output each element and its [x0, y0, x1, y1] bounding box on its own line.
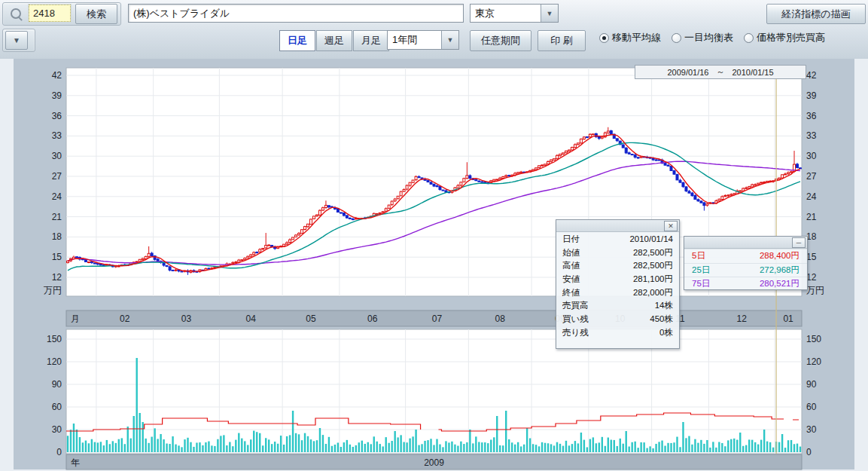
tooltip-row-安値: 安値281,100円: [556, 272, 679, 286]
tooltip-row-日付: 日付2010/01/14: [556, 232, 679, 246]
svg-text:01: 01: [783, 313, 793, 324]
tooltip-row-売り残: 売り残0株: [556, 326, 679, 339]
svg-text:33: 33: [806, 130, 817, 141]
date-range-label: 2009/01/16 ～ 2010/01/15: [635, 65, 806, 79]
svg-text:07: 07: [432, 313, 443, 324]
tooltip-row-value: 282,000円: [633, 287, 673, 298]
tooltip-row-買い残: 買い残450株: [556, 312, 679, 326]
legend-header[interactable]: ─: [684, 237, 807, 249]
custom-range-button[interactable]: 任意期間: [470, 30, 531, 51]
svg-text:24: 24: [806, 191, 817, 202]
tab-日足[interactable]: 日足: [279, 30, 315, 51]
svg-text:0: 0: [56, 447, 62, 457]
svg-text:08: 08: [495, 313, 506, 324]
tooltip-row-value: 450株: [650, 313, 673, 325]
market-select[interactable]: 東京 ▼: [470, 4, 559, 23]
tooltip-row-label: 売買高: [562, 300, 589, 311]
close-icon[interactable]: ✕: [664, 221, 678, 231]
svg-text:12: 12: [806, 272, 817, 283]
legend-row-5日: 5日288,400円: [684, 249, 807, 263]
minimize-icon[interactable]: ─: [792, 237, 806, 248]
svg-text:万円: 万円: [806, 285, 824, 295]
svg-text:120: 120: [806, 356, 821, 367]
date-range-separator: ～: [717, 66, 725, 78]
svg-text:18: 18: [52, 231, 62, 242]
svg-text:05: 05: [306, 313, 316, 324]
svg-text:27: 27: [52, 171, 62, 182]
stock-code-input[interactable]: [29, 5, 71, 22]
svg-text:月: 月: [71, 313, 80, 324]
tooltip-row-value: 2010/01/14: [629, 234, 673, 243]
svg-text:60: 60: [806, 402, 817, 412]
legend-rows: 5日288,400円25日272,968円75日280,521円: [684, 249, 807, 291]
radio-label: 一目均衡表: [684, 31, 733, 44]
radio-circle-icon[interactable]: [744, 33, 754, 43]
search-icon-button[interactable]: [6, 5, 26, 21]
chevron-down-icon[interactable]: ▼: [541, 5, 558, 22]
tooltip-row-label: 始値: [562, 247, 580, 258]
tooltip-row-始値: 始値282,500円: [556, 246, 679, 259]
svg-text:18: 18: [806, 231, 817, 242]
tooltip-row-売買高: 売買高14株: [556, 298, 679, 312]
svg-text:150: 150: [806, 334, 821, 344]
radio-circle-icon[interactable]: [672, 33, 681, 43]
svg-text:42: 42: [52, 70, 62, 81]
tooltip-row-label: 高値: [562, 260, 580, 271]
tooltip-row-label: 売り残: [562, 327, 589, 338]
tooltip-row-value: 0株: [659, 327, 673, 338]
svg-text:150: 150: [47, 334, 62, 344]
svg-text:21: 21: [52, 212, 62, 222]
radio-label: 価格帯別売買高: [757, 31, 825, 44]
data-tooltip: ✕ 日付2010/01/14始値282,500円高値282,500円安値281,…: [556, 219, 680, 349]
tab-月足[interactable]: 月足: [353, 30, 389, 51]
svg-text:30: 30: [806, 424, 817, 435]
svg-text:15: 15: [52, 252, 62, 262]
search-button[interactable]: 検索: [75, 4, 117, 24]
tooltip-row-label: 安値: [562, 274, 580, 285]
svg-text:03: 03: [181, 313, 192, 324]
interval-tabs: 日足週足月足: [279, 30, 390, 51]
tooltip-row-label: 終値: [562, 287, 580, 298]
svg-text:21: 21: [806, 212, 817, 222]
legend-row-value: 272,968円: [760, 265, 799, 276]
radio-価格帯別売買高[interactable]: 価格帯別売買高: [744, 31, 825, 44]
legend-row-label: 75日: [692, 278, 710, 289]
svg-text:27: 27: [806, 171, 817, 182]
svg-text:24: 24: [52, 191, 62, 202]
tooltip-header[interactable]: ✕: [556, 220, 679, 232]
svg-text:12: 12: [52, 272, 62, 283]
chevron-down-icon[interactable]: ▼: [441, 31, 458, 49]
legend-row-25日: 25日272,968円: [684, 263, 807, 277]
tooltip-row-value: 14株: [655, 300, 673, 311]
radio-circle-icon[interactable]: [599, 33, 609, 43]
svg-text:30: 30: [52, 424, 62, 435]
tooltip-row-value: 282,500円: [633, 260, 673, 271]
radio-一目均衡表[interactable]: 一目均衡表: [672, 31, 733, 44]
svg-text:30: 30: [806, 151, 817, 161]
svg-text:120: 120: [47, 356, 62, 367]
tab-週足[interactable]: 週足: [316, 30, 352, 51]
tooltip-row-label: 日付: [562, 234, 580, 245]
svg-text:60: 60: [52, 402, 62, 412]
legend-row-value: 280,521円: [760, 278, 799, 289]
collapse-dropdown-button[interactable]: ▼: [5, 31, 28, 50]
svg-text:36: 36: [806, 111, 817, 121]
tooltip-rows: 日付2010/01/14始値282,500円高値282,500円安値281,10…: [556, 232, 679, 339]
legend-row-label: 5日: [692, 250, 705, 261]
chart-area: 4242393936363333303027272424212118181515…: [0, 59, 868, 471]
radio-移動平均線[interactable]: 移動平均線: [599, 31, 661, 44]
svg-text:02: 02: [120, 313, 130, 324]
svg-text:30: 30: [52, 151, 62, 161]
date-range-end: 2010/01/15: [732, 68, 774, 77]
svg-text:90: 90: [52, 379, 62, 390]
print-button[interactable]: 印 刷: [538, 30, 586, 51]
chart-app-window: 検索 東京 ▼ 経済指標の描画 ▼ 日足週足月足 1年間 ▼ 任意期間 印 刷 …: [0, 0, 868, 471]
period-select[interactable]: 1年間 ▼: [387, 30, 459, 50]
econ-indicator-button[interactable]: 経済指標の描画: [766, 4, 866, 24]
chevron-down-icon: ▼: [13, 36, 20, 44]
svg-text:2009: 2009: [424, 457, 444, 468]
svg-text:39: 39: [806, 90, 817, 101]
stock-name-field[interactable]: [128, 4, 464, 23]
market-select-value: 東京: [471, 5, 541, 22]
tooltip-row-高値: 高値282,500円: [556, 258, 679, 272]
